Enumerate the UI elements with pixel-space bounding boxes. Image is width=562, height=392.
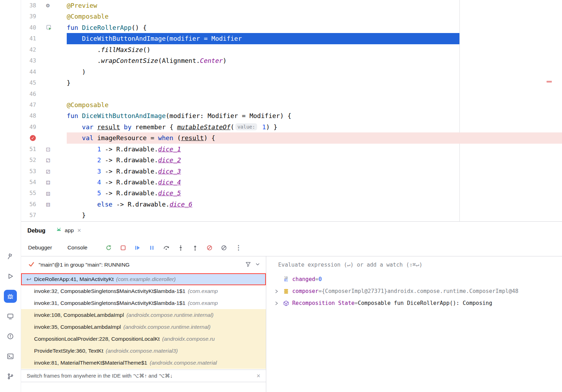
tab-app-session[interactable]: app × — [56, 227, 81, 234]
code-line[interactable]: 52⚁ 2 -> R.drawable.dice_2 — [21, 155, 562, 165]
stop-icon[interactable] — [119, 244, 127, 251]
code-text[interactable]: @Preview — [67, 0, 562, 11]
line-number: 42 — [21, 44, 37, 55]
expand-chevron-icon[interactable] — [272, 289, 281, 294]
code-text[interactable]: .wrapContentSize(Alignment.Center) — [67, 55, 562, 66]
chevron-down-icon[interactable] — [255, 262, 260, 268]
frame-package: (androidx.compose.runtime.internal) — [126, 312, 214, 318]
terminal-icon[interactable] — [4, 350, 17, 363]
more-icon[interactable]: ⋮ — [235, 244, 242, 251]
dice-drawable-gutter-icon[interactable]: ⚅ — [37, 199, 67, 210]
code-text[interactable]: fun DiceWithButtonAndImage(modifier: Mod… — [67, 110, 562, 121]
tab-console[interactable]: Console — [67, 244, 87, 251]
code-text[interactable]: fun DiceRollerApp() { — [67, 22, 562, 33]
stack-frame-row[interactable]: CompositionLocalProvider:228, Compositio… — [21, 333, 266, 345]
dice-drawable-gutter-icon[interactable]: ⚂ — [37, 166, 67, 177]
code-line[interactable]: 51⚀ 1 -> R.drawable.dice_1 — [21, 144, 562, 155]
code-editor[interactable]: 38⚙@Preview39@Composable40fun DiceRoller… — [21, 0, 562, 221]
code-line[interactable]: 57 } — [21, 210, 562, 221]
error-stripe-mark[interactable] — [547, 81, 552, 83]
evaluate-expression-input[interactable]: Evaluate expression (↵) or add a watch (… — [266, 256, 562, 273]
code-text[interactable]: DiceWithButtonAndImage(modifier = Modifi… — [67, 33, 562, 44]
code-line[interactable]: 45} — [21, 77, 562, 88]
code-line[interactable]: 44 ) — [21, 66, 562, 77]
gutter-space — [37, 33, 67, 44]
code-text[interactable]: val imageResource = when (result) { — [67, 132, 562, 143]
code-line[interactable]: 46 — [21, 89, 562, 99]
code-text[interactable]: 3 -> R.drawable.dice_3 — [67, 166, 562, 177]
stack-frame-row[interactable]: ↩DiceRollerApp:41, MainActivityKt(com.ex… — [21, 273, 266, 285]
dice-drawable-gutter-icon[interactable]: ⚃ — [37, 177, 67, 188]
code-line[interactable]: ✓ val imageResource = when (result) { — [21, 132, 562, 143]
code-line[interactable]: 43 .wrapContentSize(Alignment.Center) — [21, 55, 562, 66]
filter-icon[interactable] — [245, 261, 251, 269]
frame-package: (androidx.compose.runtime.internal) — [123, 324, 210, 330]
code-text[interactable]: 5 -> R.drawable.dice_5 — [67, 188, 562, 198]
gutter-space — [37, 132, 67, 143]
git-branch-icon[interactable] — [4, 370, 17, 383]
code-text[interactable]: } — [67, 210, 562, 221]
stack-frame-row[interactable]: invoke:32, ComposableSingletons$MainActi… — [21, 285, 266, 297]
code-line[interactable]: 47@Composable — [21, 99, 562, 110]
rerun-icon[interactable] — [105, 244, 113, 251]
code-line[interactable]: 53⚂ 3 -> R.drawable.dice_3 — [21, 166, 562, 177]
gear-gutter-icon[interactable]: ⚙ — [37, 0, 67, 11]
build-hammer-icon[interactable] — [4, 250, 17, 263]
step-out-icon[interactable] — [191, 244, 199, 251]
code-text[interactable]: .fillMaxSize() — [67, 44, 562, 55]
code-text[interactable] — [67, 89, 562, 99]
code-text[interactable]: 4 -> R.drawable.dice_4 — [67, 177, 562, 188]
line-number: 56 — [21, 199, 37, 210]
code-line[interactable]: 48fun DiceWithButtonAndImage(modifier: M… — [21, 110, 562, 121]
problems-icon[interactable] — [4, 330, 17, 343]
variable-row[interactable]: composer = {ComposerImpl@27371} androidx… — [266, 285, 562, 297]
code-text[interactable]: var result by remember { mutableStateOf(… — [67, 122, 562, 132]
variable-row[interactable]: Recomposition State = Composable fun Dic… — [266, 297, 562, 309]
stack-frame-row[interactable]: invoke:108, ComposableLambdaImpl(android… — [21, 309, 266, 321]
line-number: 38 — [21, 0, 37, 11]
step-into-icon[interactable] — [177, 244, 185, 251]
code-text[interactable]: @Composable — [67, 11, 562, 22]
variable-row[interactable]: 1001changed = 0 — [266, 273, 562, 285]
dice-drawable-gutter-icon[interactable]: ⚀ — [37, 144, 67, 155]
gutter-space — [37, 210, 67, 221]
code-text[interactable]: 1 -> R.drawable.dice_1 — [67, 144, 562, 155]
dice-drawable-gutter-icon[interactable]: ⚄ — [37, 188, 67, 198]
code-line[interactable]: 38⚙@Preview — [21, 0, 562, 11]
stack-frame-row[interactable]: invoke:81, MaterialThemeKt$MaterialTheme… — [21, 357, 266, 369]
pause-icon[interactable] — [148, 244, 156, 251]
run-play-icon[interactable] — [4, 270, 17, 283]
stack-frame-row[interactable]: invoke:31, ComposableSingletons$MainActi… — [21, 297, 266, 309]
code-text[interactable]: else -> R.drawable.dice_6 — [67, 199, 562, 210]
code-line[interactable]: 56⚅ else -> R.drawable.dice_6 — [21, 199, 562, 210]
view-breakpoints-icon[interactable] — [220, 244, 228, 251]
close-icon[interactable]: × — [77, 227, 81, 234]
code-line[interactable]: 41 DiceWithButtonAndImage(modifier = Mod… — [21, 33, 562, 44]
tab-debugger[interactable]: Debugger — [28, 244, 52, 251]
stack-frame-row[interactable]: invoke:35, ComposableLambdaImpl(androidx… — [21, 321, 266, 333]
code-line[interactable]: 39@Composable — [21, 11, 562, 22]
mute-breakpoints-icon[interactable] — [206, 244, 214, 251]
thread-status-row[interactable]: "main"@1 in group "main": RUNNING — [21, 256, 266, 273]
variable-value: {ComposerImpl@27371} — [322, 288, 387, 294]
run-gutter-icon[interactable] — [37, 22, 67, 33]
debug-bug-icon[interactable] — [4, 290, 17, 303]
code-line[interactable]: 40fun DiceRollerApp() { — [21, 22, 562, 33]
code-line[interactable]: 55⚄ 5 -> R.drawable.dice_5 — [21, 188, 562, 198]
stack-frame-row[interactable]: ProvideTextStyle:360, TextKt(androidx.co… — [21, 345, 266, 357]
running-devices-icon[interactable] — [4, 310, 17, 323]
variable-value: 0 — [319, 276, 322, 282]
code-line[interactable]: 54⚃ 4 -> R.drawable.dice_4 — [21, 177, 562, 188]
code-text[interactable]: ) — [67, 66, 562, 77]
code-line[interactable]: 49 var result by remember { mutableState… — [21, 122, 562, 132]
dice-drawable-gutter-icon[interactable]: ⚁ — [37, 155, 67, 165]
breakpoint-icon[interactable]: ✓ — [30, 135, 36, 141]
code-text[interactable]: } — [67, 77, 562, 88]
code-text[interactable]: 2 -> R.drawable.dice_2 — [67, 155, 562, 165]
resume-icon[interactable] — [134, 244, 142, 251]
code-line[interactable]: 42 .fillMaxSize() — [21, 44, 562, 55]
expand-chevron-icon[interactable] — [272, 301, 281, 306]
code-text[interactable]: @Composable — [67, 99, 562, 110]
close-icon[interactable]: × — [256, 373, 260, 379]
step-over-icon[interactable] — [163, 244, 170, 251]
